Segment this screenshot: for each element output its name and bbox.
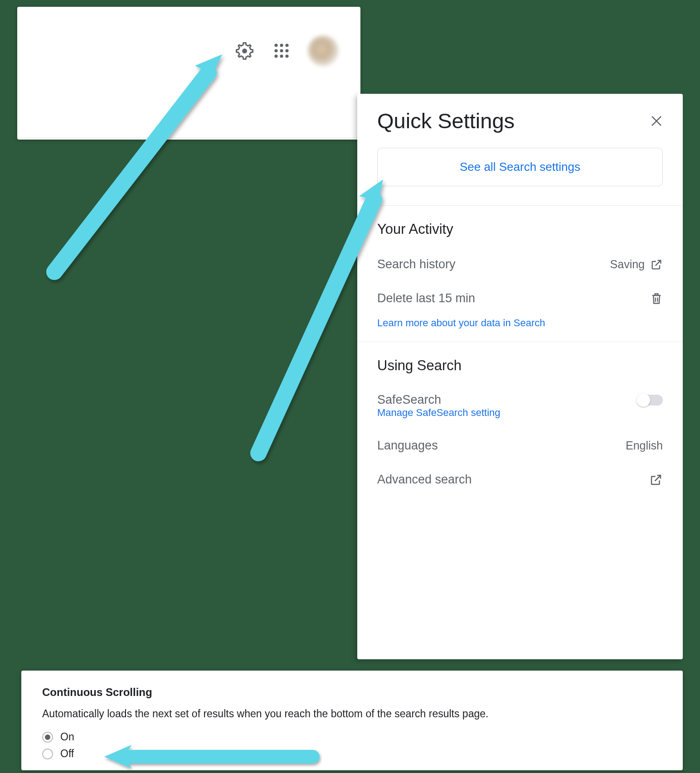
see-all-settings-button[interactable]: See all Search settings bbox=[377, 148, 663, 186]
divider bbox=[357, 205, 683, 206]
divider bbox=[357, 342, 683, 342]
header-actions bbox=[233, 35, 339, 66]
search-history-status: Saving bbox=[610, 258, 663, 271]
trash-icon bbox=[650, 292, 663, 305]
safesearch-label: SafeSearch bbox=[377, 393, 441, 407]
continuous-scrolling-panel: Continuous Scrolling Automatically loads… bbox=[21, 671, 683, 770]
quick-settings-header: Quick Settings bbox=[377, 108, 663, 133]
your-activity-heading: Your Activity bbox=[377, 221, 663, 237]
gear-icon bbox=[235, 42, 254, 60]
continuous-scrolling-description: Automatically loads the next set of resu… bbox=[42, 708, 662, 720]
close-icon bbox=[650, 115, 663, 127]
apps-grid-button[interactable] bbox=[271, 40, 292, 62]
manage-safesearch-link[interactable]: Manage SafeSearch setting bbox=[377, 407, 663, 419]
svg-point-2 bbox=[280, 43, 283, 47]
search-header-panel bbox=[17, 7, 360, 140]
svg-line-16 bbox=[258, 199, 374, 453]
svg-point-8 bbox=[280, 54, 283, 58]
saving-text: Saving bbox=[610, 258, 645, 271]
settings-gear-button[interactable] bbox=[233, 40, 255, 62]
header-divider bbox=[17, 137, 360, 138]
continuous-scrolling-title: Continuous Scrolling bbox=[42, 686, 662, 699]
svg-point-9 bbox=[285, 54, 288, 58]
languages-label: Languages bbox=[377, 439, 438, 453]
learn-more-link[interactable]: Learn more about your data in Search bbox=[377, 315, 663, 342]
search-history-label: Search history bbox=[377, 257, 456, 271]
delete-last-row[interactable]: Delete last 15 min bbox=[377, 281, 663, 315]
svg-point-6 bbox=[285, 49, 288, 52]
languages-value: English bbox=[626, 439, 663, 452]
quick-settings-title: Quick Settings bbox=[377, 108, 515, 133]
safesearch-row: SafeSearch Manage SafeSearch setting bbox=[377, 384, 663, 429]
svg-point-0 bbox=[242, 48, 247, 53]
account-avatar[interactable] bbox=[308, 35, 339, 66]
radio-off-label: Off bbox=[60, 748, 74, 760]
svg-point-4 bbox=[274, 49, 277, 52]
languages-row[interactable]: Languages English bbox=[377, 429, 663, 463]
toggle-knob bbox=[637, 393, 650, 407]
svg-point-1 bbox=[274, 43, 277, 47]
advanced-search-label: Advanced search bbox=[377, 473, 472, 487]
svg-point-7 bbox=[274, 54, 277, 58]
svg-point-5 bbox=[280, 49, 283, 52]
using-search-heading: Using Search bbox=[377, 358, 663, 374]
apps-grid-icon bbox=[273, 43, 290, 59]
radio-on[interactable] bbox=[42, 732, 53, 743]
svg-point-3 bbox=[285, 43, 288, 47]
radio-on-row[interactable]: On bbox=[42, 731, 662, 743]
open-external-icon bbox=[650, 258, 663, 271]
safesearch-toggle[interactable] bbox=[637, 395, 663, 406]
search-history-row[interactable]: Search history Saving bbox=[377, 247, 663, 281]
delete-last-label: Delete last 15 min bbox=[377, 291, 475, 305]
quick-settings-panel: Quick Settings See all Search settings Y… bbox=[357, 94, 683, 659]
open-external-icon bbox=[649, 473, 663, 487]
close-button[interactable] bbox=[650, 115, 663, 127]
radio-off-row[interactable]: Off bbox=[42, 748, 662, 760]
advanced-search-row[interactable]: Advanced search bbox=[377, 463, 663, 497]
radio-on-label: On bbox=[60, 731, 74, 743]
radio-off[interactable] bbox=[42, 749, 53, 759]
